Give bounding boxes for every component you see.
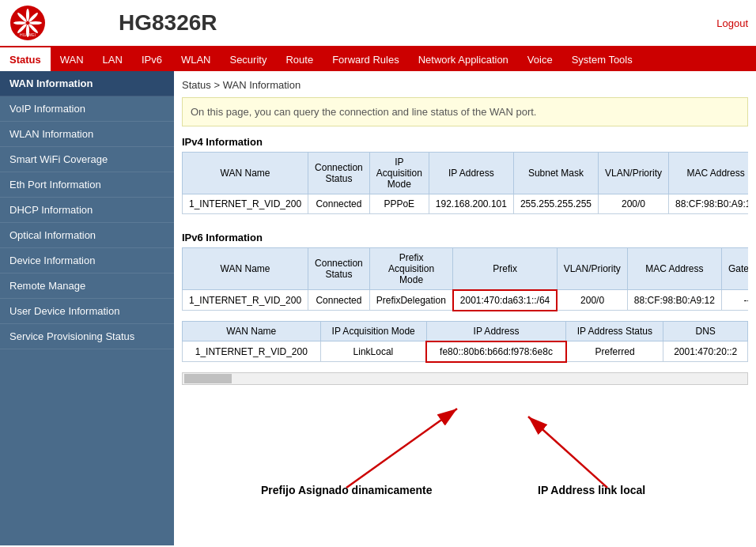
ipv4-col-connection-status: ConnectionStatus: [308, 153, 370, 194]
scrollbar-thumb[interactable]: [184, 374, 232, 383]
ipv6-t2-ip-address-status: Preferred: [566, 341, 663, 362]
nav-forward-rules[interactable]: Forward Rules: [323, 47, 409, 71]
sidebar-item-device-information[interactable]: Device Information: [0, 248, 174, 274]
sidebar-item-optical-information[interactable]: Optical Information: [0, 223, 174, 248]
sidebar-item-eth-port-information[interactable]: Eth Port Information: [0, 172, 174, 198]
ipv6-mac-address: 88:CF:98:B0:A9:12: [627, 290, 721, 311]
main-layout: WAN Information VoIP Information WLAN In…: [0, 71, 756, 545]
header: HUAWEI HG8326R Logout: [0, 0, 756, 47]
horizontal-scrollbar[interactable]: [182, 372, 748, 385]
annotation-label-ip-link-local: IP Address link local: [538, 484, 645, 496]
nav-route[interactable]: Route: [276, 47, 323, 71]
annotation-label-prefijo: Prefijo Asignado dinamicamente: [261, 484, 433, 496]
ipv6-prefix-acquisition-mode: PrefixDelegation: [369, 290, 453, 311]
content-area: Status > WAN Information On this page, y…: [174, 71, 756, 545]
ipv6-t2-ip-address: fe80::80b6:b66d:f978:6e8c: [426, 341, 566, 362]
sidebar-item-service-provisioning-status[interactable]: Service Provisioning Status: [0, 324, 174, 349]
ipv4-ip-acquisition-mode: PPPoE: [369, 194, 429, 214]
ipv4-vlan-priority: 200/0: [599, 194, 669, 214]
info-message: On this page, you can query the connecti…: [182, 97, 748, 126]
sidebar-item-smart-wifi-coverage[interactable]: Smart WiFi Coverage: [0, 147, 174, 172]
device-title: HG8326R: [119, 10, 217, 36]
huawei-logo: HUAWEI: [8, 3, 47, 43]
ipv4-mac-address: 88:CF:98:B0:A9:12: [669, 194, 748, 214]
ipv6-col-prefix-acquisition-mode: Prefix AcquisitionMode: [369, 248, 453, 290]
table-row: 1_INTERNET_R_VID_200 Connected PrefixDel…: [183, 290, 749, 311]
nav-ipv6[interactable]: IPv6: [132, 47, 172, 71]
nav-status[interactable]: Status: [0, 47, 51, 71]
ipv4-connection-status: Connected: [308, 194, 370, 214]
nav-lan[interactable]: LAN: [93, 47, 132, 71]
ipv6-wan-name: 1_INTERNET_R_VID_200: [183, 290, 308, 311]
ipv6-gateway: --: [721, 290, 748, 311]
ipv6-col-prefix: Prefix: [453, 248, 557, 290]
logo-area: HUAWEI: [8, 3, 111, 43]
ipv6-table2: WAN Name IP Acquisition Mode IP Address …: [182, 321, 748, 363]
sidebar-item-voip-information[interactable]: VoIP Information: [0, 96, 174, 122]
ipv6-section-title: IPv6 Information: [182, 232, 748, 243]
nav-network-application[interactable]: Network Application: [409, 47, 518, 71]
annotation-area: Prefijo Asignado dinamicamente IP Addres…: [182, 393, 748, 519]
ipv4-col-ip-address: IP Address: [429, 153, 513, 194]
ipv6-t2-ip-acquisition-mode: LinkLocal: [320, 341, 426, 362]
breadcrumb: Status > WAN Information: [182, 79, 748, 91]
sidebar-item-wan-information[interactable]: WAN Information: [0, 71, 174, 96]
nav-security[interactable]: Security: [220, 47, 276, 71]
ipv4-col-vlan-priority: VLAN/Priority: [599, 153, 669, 194]
ipv6-col-connection-status: ConnectionStatus: [308, 248, 370, 290]
ipv6-col-gateway: Gateway: [721, 248, 748, 290]
ipv6-t2-col-wan-name: WAN Name: [183, 321, 321, 341]
ipv6-prefix: 2001:470:da63:1::/64: [453, 290, 557, 311]
ipv6-connection-status: Connected: [308, 290, 370, 311]
ipv6-t2-col-dns: DNS: [663, 321, 748, 341]
sidebar-item-dhcp-information[interactable]: DHCP Information: [0, 198, 174, 223]
ipv6-vlan-priority: 200/0: [557, 290, 627, 311]
logout-button[interactable]: Logout: [716, 17, 748, 29]
annotation-arrows: [182, 393, 748, 519]
table-row: 1_INTERNET_R_VID_200 Connected PPPoE 192…: [183, 194, 749, 214]
ipv4-col-subnet-mask: Subnet Mask: [513, 153, 598, 194]
ipv6-t2-col-ip-acquisition-mode: IP Acquisition Mode: [320, 321, 426, 341]
ipv6-t2-col-ip-address-status: IP Address Status: [566, 321, 663, 341]
svg-text:HUAWEI: HUAWEI: [20, 32, 36, 37]
main-nav: Status WAN LAN IPv6 WLAN Security Route …: [0, 47, 756, 71]
nav-voice[interactable]: Voice: [518, 47, 562, 71]
ipv6-col-wan-name: WAN Name: [183, 248, 308, 290]
svg-point-1: [26, 9, 29, 21]
ipv6-col-mac-address: MAC Address: [627, 248, 721, 290]
ipv4-subnet-mask: 255.255.255.255: [513, 194, 598, 214]
sidebar-item-user-device-information[interactable]: User Device Information: [0, 299, 174, 324]
ipv4-ip-address: 192.168.200.101: [429, 194, 513, 214]
logout-area: Logout: [716, 17, 748, 29]
sidebar-item-remote-manage[interactable]: Remote Manage: [0, 274, 174, 299]
nav-system-tools[interactable]: System Tools: [562, 47, 642, 71]
ipv4-wan-name: 1_INTERNET_R_VID_200: [183, 194, 308, 214]
ipv4-col-ip-acquisition-mode: IPAcquisitionMode: [369, 153, 429, 194]
ipv4-section-title: IPv4 Information: [182, 136, 748, 148]
sidebar: WAN Information VoIP Information WLAN In…: [0, 71, 174, 545]
ipv6-col-vlan-priority: VLAN/Priority: [557, 248, 627, 290]
svg-line-12: [346, 409, 457, 488]
ipv4-col-wan-name: WAN Name: [183, 153, 308, 194]
svg-point-3: [29, 21, 42, 25]
nav-wan[interactable]: WAN: [51, 47, 93, 71]
nav-wlan[interactable]: WLAN: [172, 47, 221, 71]
ipv6-t2-col-ip-address: IP Address: [426, 321, 566, 341]
ipv6-t2-dns: 2001:470:20::2: [663, 341, 748, 362]
ipv6-t2-wan-name: 1_INTERNET_R_VID_200: [183, 341, 321, 362]
ipv6-table1: WAN Name ConnectionStatus Prefix Acquisi…: [182, 247, 748, 311]
svg-line-13: [528, 417, 607, 488]
svg-point-7: [13, 21, 26, 25]
sidebar-item-wlan-information[interactable]: WLAN Information: [0, 122, 174, 147]
ipv4-table: WAN Name ConnectionStatus IPAcquisitionM…: [182, 152, 748, 214]
ipv4-col-mac-address: MAC Address: [669, 153, 748, 194]
table-row: 1_INTERNET_R_VID_200 LinkLocal fe80::80b…: [183, 341, 748, 362]
